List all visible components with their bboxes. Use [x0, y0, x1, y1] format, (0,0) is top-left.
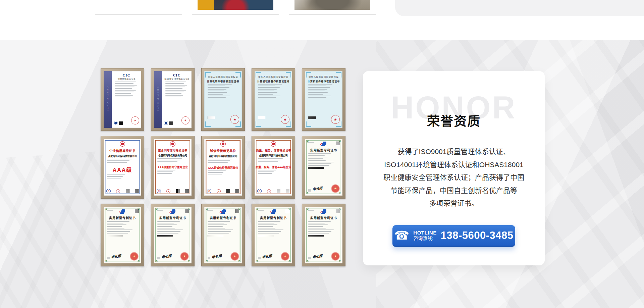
- text-line: [115, 85, 137, 86]
- qr-code-icon: [286, 189, 289, 193]
- text-line: [157, 223, 174, 223]
- certificate-thumbnail[interactable]: 中华人民共和国国家版权局计算机软件著作权登记证书★: [252, 68, 295, 131]
- red-seal-icon: ★: [130, 116, 140, 125]
- certificate-thumbnail[interactable]: 重合同守信用等级证书合肥珂玛环保科技有限公司AAA级重合同守信用企业C★: [151, 136, 195, 199]
- certificate-thumbnail[interactable]: ❦❦❦❦实用新型专利证书申长雨★: [101, 204, 144, 266]
- cnipa-logo-icon: [321, 209, 326, 214]
- text-line: [208, 84, 232, 85]
- text-line: [157, 228, 175, 228]
- corner-ornament-icon: [235, 72, 241, 78]
- certificate-title: 质量、服务、信誉等级证书: [256, 148, 290, 152]
- text-line: [208, 159, 232, 159]
- certificate-title: 计算机软件著作权登记证书: [305, 80, 342, 83]
- signature-label: [308, 189, 311, 192]
- qr-code-icon: [226, 189, 230, 193]
- text-line: [165, 90, 186, 91]
- project-photo-excavation: [101, 0, 176, 10]
- text-line: [208, 92, 227, 93]
- project-photo-card[interactable]: [192, 0, 279, 15]
- section-title: 荣誉资质: [363, 111, 545, 129]
- certificate-body-lines: [305, 84, 342, 98]
- text-line: [308, 86, 326, 86]
- text-line: [308, 229, 334, 230]
- text-line: [107, 162, 127, 163]
- text-line: [208, 86, 225, 86]
- hotline-label-en: HOTLINE: [413, 230, 436, 236]
- text-line: [258, 228, 275, 228]
- certificate-thumbnail[interactable]: 中华人民共和国国家版权局计算机软件著作权登记证书★: [201, 68, 245, 131]
- text-line: [208, 94, 223, 95]
- text-line: [157, 173, 172, 174]
- certificate-page: 中华人民共和国国家版权局计算机软件著作权登记证书★: [255, 71, 292, 128]
- text-line: [165, 97, 181, 97]
- text-line: [208, 91, 224, 91]
- project-photo-card[interactable]: [95, 0, 182, 15]
- serial-number: [107, 210, 113, 211]
- text-line: [258, 96, 280, 96]
- qr-code-icon: [176, 189, 180, 193]
- certificate-thumbnail[interactable]: ❦❦❦❦实用新型专利证书申长雨★: [252, 204, 295, 266]
- certificate-page: 诚信经营示范单位合肥珂玛环保科技有限公司AAA级诚信经营示范单位C★: [204, 139, 242, 196]
- qr-code-icon: [286, 209, 289, 213]
- text-line: [107, 233, 128, 234]
- text-line: [258, 158, 283, 159]
- text-line: [208, 226, 223, 227]
- text-line: [157, 226, 172, 227]
- award-text: AAA级诚信经营示范单位: [205, 165, 241, 169]
- certificate-thumbnail[interactable]: ❦❦❦❦实用新型专利证书申长雨★: [302, 136, 345, 199]
- signature-row: 申长雨★: [258, 252, 289, 261]
- certificate-thumbnail[interactable]: ❦❦❦❦实用新型专利证书申长雨★: [151, 204, 195, 266]
- certificate-thumbnail[interactable]: CERTIFICATECIC环境管理体系认证证书★: [101, 68, 144, 131]
- text-line: [115, 88, 132, 89]
- text-line: [115, 83, 133, 84]
- text-line: [308, 157, 328, 157]
- national-emblem-seal-icon: ★: [331, 184, 340, 193]
- signature-row: 申长雨★: [107, 252, 139, 261]
- text-line: [107, 229, 132, 230]
- text-line: [258, 221, 280, 222]
- text-line: [165, 93, 181, 94]
- serial-number: [258, 210, 264, 211]
- text-line: [308, 223, 325, 223]
- certificate-thumbnail[interactable]: 企业信用等级证书合肥珂玛环保科技有限公司AAA级C★: [101, 136, 144, 199]
- corner-ornament-icon: [286, 72, 291, 78]
- text-line: [165, 88, 182, 89]
- certificate-thumbnail[interactable]: CERTIFICATECIC职业健康安全管理体系认证证书★: [151, 68, 195, 131]
- certificate-header: [104, 209, 141, 215]
- hotline-labels: HOTLINE 咨询热线:: [413, 230, 436, 241]
- hotline-button[interactable]: ☎ HOTLINE 咨询热线: 138-5600-3485: [392, 225, 515, 247]
- hotline-number: 138-5600-3485: [441, 229, 514, 242]
- text-line: [208, 233, 229, 234]
- certificate-band-text: CERTIFICATE: [106, 87, 109, 112]
- certificate-header: [154, 209, 192, 215]
- certificate-header: [305, 142, 342, 147]
- text-line: [157, 158, 182, 159]
- text-line: [157, 229, 183, 230]
- certificate-thumbnail[interactable]: 质量、服务、信誉等级证书合肥珂玛环保科技有限公司质量、服务、信誉AAA级企业C★: [252, 136, 295, 199]
- text-line: [165, 92, 184, 92]
- certificate-thumbnail[interactable]: 诚信经营示范单位合肥珂玛环保科技有限公司AAA级诚信经营示范单位C★: [201, 136, 245, 199]
- text-line: [308, 224, 328, 225]
- certificate-grid: CERTIFICATECIC环境管理体系认证证书★CERTIFICATECIC职…: [101, 68, 345, 266]
- certificate-thumbnail[interactable]: ❦❦❦❦实用新型专利证书申长雨★: [302, 204, 345, 266]
- text-line: [308, 96, 331, 96]
- text-line: [308, 228, 326, 228]
- cnipa-logo-icon: [220, 209, 226, 214]
- certificate-thumbnail[interactable]: 中华人民共和国国家版权局计算机软件著作权登记证书★: [302, 68, 345, 131]
- project-photo-card[interactable]: [289, 0, 376, 15]
- text-line: [308, 231, 331, 232]
- text-line: [115, 92, 134, 92]
- text-line: [165, 95, 183, 96]
- qr-code-icon: [336, 142, 340, 145]
- text-line: [308, 87, 330, 88]
- qr-code-icon: [185, 209, 189, 213]
- text-line: [208, 223, 224, 223]
- text-line: [208, 231, 231, 232]
- certificate-header: [305, 209, 342, 215]
- company-name: 合肥珂玛环保科技有限公司: [256, 153, 291, 157]
- corner-ornament-icon: [306, 72, 311, 78]
- certificate-thumbnail[interactable]: ❦❦❦❦实用新型专利证书申长雨★: [201, 204, 245, 266]
- star-seal-icon: ★: [217, 189, 221, 193]
- signature-row: 申长雨★: [157, 252, 189, 261]
- text-line: [165, 87, 185, 87]
